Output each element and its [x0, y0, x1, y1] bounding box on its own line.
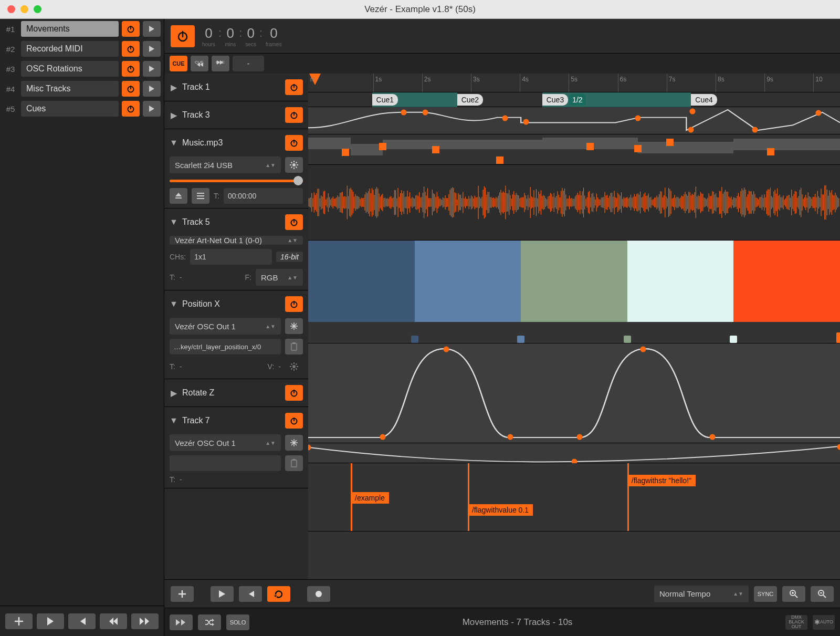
lane-track1[interactable] [308, 107, 840, 134]
composition-name[interactable]: Movements [21, 21, 119, 37]
master-power-button[interactable] [171, 25, 195, 47]
composition-name[interactable]: Recorded MIDI [21, 41, 119, 57]
blackout-button[interactable]: DMX BLACK OUT [785, 615, 807, 630]
rewind-button[interactable] [100, 613, 127, 629]
music-time-field[interactable]: 00:00:00 [224, 188, 303, 204]
composition-name[interactable]: Cues [21, 101, 119, 117]
color-block[interactable] [415, 241, 521, 322]
composition-row[interactable]: #5 Cues [0, 99, 164, 119]
zoom-out-button[interactable] [811, 586, 834, 602]
cue-marker[interactable]: Cue1 [372, 93, 398, 106]
composition-play-button[interactable] [143, 81, 161, 97]
audio-settings-button[interactable] [285, 157, 303, 173]
music-power-button[interactable] [285, 135, 303, 151]
track-header-music[interactable]: ▼ Music.mp3 [170, 133, 303, 152]
format-select[interactable]: RGB▲▼ [256, 269, 303, 286]
track7-burst-button[interactable] [285, 435, 303, 451]
shuffle-button[interactable] [198, 614, 221, 630]
composition-play-button[interactable] [143, 101, 161, 117]
auto-button[interactable]: ✱AUTO [813, 615, 835, 630]
track-header-track7[interactable]: ▼ Track 7 [170, 411, 303, 430]
composition-row[interactable]: #1 Movements [0, 19, 164, 39]
composition-row[interactable]: #2 Recorded MIDI [0, 39, 164, 59]
clipboard-button[interactable] [285, 339, 303, 355]
audio-device-select[interactable]: Scarlett 2i4 USB▲▼ [170, 157, 281, 173]
lane-colors[interactable] [308, 241, 840, 343]
cue-row[interactable]: Cue1Cue2Cue31/2Cue4 [308, 92, 840, 107]
composition-name[interactable]: OSC Rotations [21, 61, 119, 77]
track-header-track3[interactable]: ▶ Track 3 [170, 106, 303, 124]
record-button[interactable] [307, 586, 330, 602]
osc-burst-button[interactable] [285, 318, 303, 334]
composition-play-button[interactable] [143, 21, 161, 37]
track-header-track1[interactable]: ▶ Track 1 [170, 78, 303, 97]
track1-power-button[interactable] [285, 79, 303, 95]
composition-row[interactable]: #4 Misc Tracks [0, 79, 164, 99]
color-block[interactable] [308, 241, 415, 322]
track-header-rotatez[interactable]: ▶ Rotate Z [170, 383, 303, 402]
forward-button[interactable] [131, 613, 159, 629]
loop-button[interactable] [267, 586, 290, 602]
composition-power-button[interactable] [122, 81, 140, 97]
add-composition-button[interactable] [5, 613, 33, 629]
track3-power-button[interactable] [285, 107, 303, 123]
composition-power-button[interactable] [122, 21, 140, 37]
timeline[interactable]: m 1s2s3s4s5s6s7s8s9s10 Cue1Cue2Cue31/2Cu… [308, 74, 840, 579]
color-keyframe[interactable] [624, 336, 631, 343]
lane-positionx[interactable] [308, 343, 840, 443]
composition-power-button[interactable] [122, 101, 140, 117]
color-keyframe[interactable] [517, 336, 524, 343]
color-block[interactable] [627, 241, 734, 322]
track7-output-select[interactable]: Vezér OSC Out 1▲▼ [170, 434, 281, 451]
lane-flags[interactable]: /example/flagwithvalue 0.1/flagwithstr "… [308, 463, 840, 531]
cue-marker[interactable]: Cue31/2 [542, 93, 586, 106]
track-header-positionx[interactable]: ▼ Position X [170, 295, 303, 314]
color-block[interactable] [733, 241, 840, 322]
composition-power-button[interactable] [122, 41, 140, 57]
play-button[interactable] [211, 586, 234, 602]
tempo-select[interactable]: Normal Tempo▲▼ [654, 586, 749, 602]
track-header-track5[interactable]: ▼ Track 5 [170, 213, 303, 232]
add-track-button[interactable] [171, 586, 194, 602]
track7-clipboard-button[interactable] [285, 455, 303, 471]
composition-play-button[interactable] [143, 61, 161, 77]
composition-name[interactable]: Misc Tracks [21, 81, 119, 97]
track5-power-button[interactable] [285, 214, 303, 230]
color-keyframe[interactable] [411, 336, 418, 343]
bit-depth-badge[interactable]: 16-bit [276, 252, 303, 262]
eject-button[interactable] [170, 188, 187, 204]
cue-next-button[interactable]: CUE [212, 56, 229, 71]
to-start-button[interactable] [239, 586, 262, 602]
lane-audio[interactable] [308, 165, 840, 241]
lane-track3[interactable] [308, 134, 840, 165]
color-keyframe[interactable] [836, 332, 840, 343]
composition-row[interactable]: #3 OSC Rotations [0, 59, 164, 79]
cue-marker[interactable]: Cue2 [457, 93, 483, 106]
play-all-button[interactable] [37, 613, 64, 629]
track7-address-field[interactable] [170, 455, 281, 471]
cue-marker[interactable]: Cue4 [691, 93, 717, 106]
skip-start-button[interactable] [68, 613, 96, 629]
zoom-in-button[interactable] [782, 586, 805, 602]
osc-address-field[interactable]: …key/ctrl_layer_position_x/0 [170, 339, 281, 355]
channels-field[interactable]: 1x1 [190, 249, 272, 265]
cue-prev-button[interactable]: CUE [191, 56, 208, 71]
composition-power-button[interactable] [122, 61, 140, 77]
cue-button[interactable]: CUE [170, 56, 187, 71]
time-ruler[interactable]: m 1s2s3s4s5s6s7s8s9s10 [308, 74, 840, 92]
artnet-output-select[interactable]: Vezér Art-Net Out 1 (0-0)▲▼ [170, 236, 303, 245]
volume-slider[interactable] [170, 178, 303, 184]
sync-button[interactable]: SYNC [754, 586, 777, 602]
rotatez-power-button[interactable] [285, 385, 303, 401]
positionx-power-button[interactable] [285, 296, 303, 312]
lane-rotatez[interactable] [308, 443, 840, 463]
solo-button[interactable]: SOLO [226, 614, 249, 630]
osc-output-select[interactable]: Vezér OSC Out 1▲▼ [170, 318, 281, 335]
track7-power-button[interactable] [285, 413, 303, 429]
composition-play-button[interactable] [143, 41, 161, 57]
color-block[interactable] [521, 241, 627, 322]
color-keyframe[interactable] [730, 336, 737, 343]
track-settings-button[interactable] [285, 359, 303, 374]
list-button[interactable] [192, 188, 209, 204]
global-ff-button[interactable] [170, 614, 193, 630]
